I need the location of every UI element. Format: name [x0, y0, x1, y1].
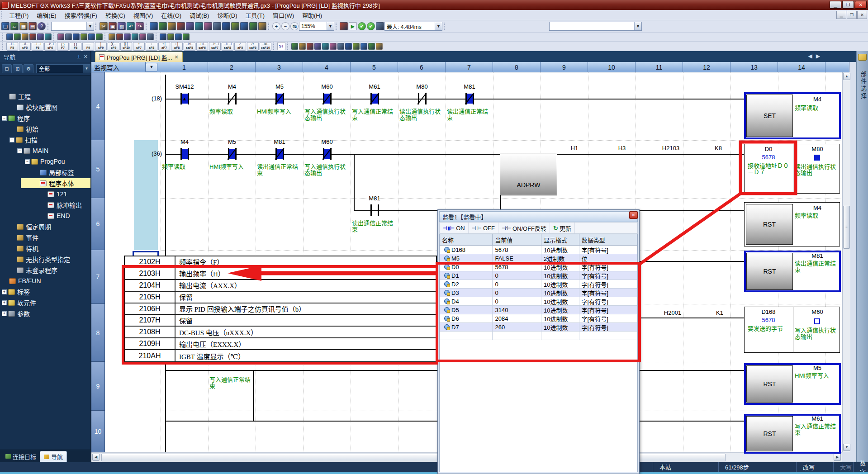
monitor-ok-icon[interactable]: ✔: [358, 22, 366, 30]
device-batch-icon[interactable]: [186, 22, 194, 30]
ladder-symbol-aF8[interactable]: ↓│aF8: [171, 42, 183, 51]
undo-icon[interactable]: ↶: [127, 22, 135, 30]
sidebar-item-初始[interactable]: 初始: [0, 123, 90, 134]
fit-width-icon[interactable]: ↹: [290, 22, 299, 30]
gear-icon[interactable]: ⚙: [24, 64, 33, 73]
mdi-minimize-button[interactable]: ▁: [836, 11, 846, 19]
help2-icon[interactable]: [160, 33, 166, 40]
search-device-icon[interactable]: [345, 43, 352, 50]
ladder-symbol-F8[interactable]: [ ]F8: [70, 42, 81, 51]
window-tile-icon[interactable]: [183, 33, 190, 40]
contact-M81[interactable]: [272, 148, 287, 160]
scroll-up-icon[interactable]: ▲: [843, 73, 850, 80]
monitor-ok2-icon[interactable]: ✔: [367, 22, 375, 30]
copy-icon[interactable]: ▣: [109, 22, 117, 30]
data-output-cell[interactable]: [744, 307, 840, 353]
wire-draw-icon[interactable]: [314, 43, 321, 50]
minimize-button[interactable]: ▁: [830, 1, 841, 9]
redo-icon[interactable]: ↷: [136, 22, 144, 30]
chevron-down-icon[interactable]: ▼: [327, 22, 334, 30]
contact-M4[interactable]: [224, 93, 240, 104]
open-icon[interactable]: ▱: [10, 22, 19, 30]
menu-item-11[interactable]: 帮助(H): [298, 10, 326, 20]
contact-M81[interactable]: [367, 204, 382, 216]
watch-row-D2[interactable]: D2010进制数字[有符号]: [440, 280, 637, 289]
st-editor-icon[interactable]: ST: [277, 42, 285, 50]
new-icon[interactable]: ▢: [1, 22, 9, 30]
save-icon[interactable]: ▦: [19, 22, 28, 30]
expand-icon[interactable]: +: [2, 289, 7, 294]
sidebar-item-软元件[interactable]: +软元件: [0, 297, 90, 308]
expand-icon[interactable]: +: [2, 300, 7, 305]
project-tree-icon[interactable]: [6, 33, 13, 40]
sidebar-item-ProgPou[interactable]: −ProgPou: [0, 156, 90, 167]
ladder-symbol-aF5[interactable]: ∕aF5: [234, 42, 246, 51]
sidebar-item-程序本体[interactable]: 程序本体: [0, 178, 90, 189]
sidebar-item-121[interactable]: 121: [0, 189, 90, 199]
tab-close-icon[interactable]: ✕: [175, 54, 179, 60]
inline-st-icon[interactable]: [299, 43, 306, 50]
diagnostic-icon[interactable]: [116, 33, 123, 40]
mdi-restore-button[interactable]: ❐: [847, 11, 857, 19]
ladder-symbol-sF6[interactable]: ⊣∕⊣sF6: [44, 42, 56, 51]
instruction-box-RST[interactable]: RST: [746, 365, 793, 403]
device-comment2-icon[interactable]: [81, 33, 87, 40]
jump-icon[interactable]: [330, 43, 337, 50]
device-comment-icon[interactable]: [240, 22, 248, 30]
expand-icon[interactable]: +: [2, 311, 7, 316]
label-monitor-icon[interactable]: [204, 22, 212, 30]
menu-item-10[interactable]: 窗口(W): [269, 10, 298, 20]
ladder-symbol-cF10[interactable]: ╳│cF10: [120, 42, 132, 51]
menu-item-7[interactable]: 调试(B): [185, 10, 213, 20]
statement-edit-icon[interactable]: [368, 43, 375, 50]
scroll-right-icon[interactable]: ▶: [834, 454, 841, 461]
scroll-down-icon[interactable]: ▼: [843, 444, 850, 451]
comment-edit-icon[interactable]: [360, 43, 367, 50]
parameter-tb-icon[interactable]: [22, 33, 28, 40]
wire-delete-icon[interactable]: [322, 43, 329, 50]
sidebar-item-扫描[interactable]: −扫描: [0, 134, 90, 145]
collapse-icon[interactable]: −: [2, 116, 7, 121]
window-cascade-icon[interactable]: [175, 33, 182, 40]
maximize-button[interactable]: ❐: [842, 1, 854, 9]
instruction-box-ADPRW[interactable]: ADPRW: [500, 153, 557, 195]
device-list-icon[interactable]: [231, 22, 239, 30]
ladder-symbol-F5[interactable]: ⊣ ⊢F5: [6, 42, 18, 51]
nav-tab-导航[interactable]: 导航: [40, 451, 67, 462]
offline-icon[interactable]: [109, 33, 115, 40]
fb-paste-icon[interactable]: [307, 43, 313, 50]
online-data-icon[interactable]: [96, 33, 103, 40]
collapse-icon[interactable]: −: [25, 159, 30, 164]
print-icon[interactable]: ▤: [28, 22, 37, 30]
sidebar-item-END[interactable]: END: [0, 210, 90, 221]
contact-M5[interactable]: [224, 148, 240, 160]
sidebar-item-无执行类型指定[interactable]: 无执行类型指定: [0, 254, 90, 265]
watch-row-M5[interactable]: M5FALSE2进制数位: [440, 254, 637, 263]
ladder-symbol-sF9[interactable]: │sF9: [95, 42, 107, 51]
scroll-left-icon[interactable]: ◀: [92, 454, 100, 461]
watch-row-D3[interactable]: D3010进制数字[有符号]: [440, 289, 637, 297]
watch-row-D168[interactable]: D168567810进制数字[有符号]: [440, 246, 637, 254]
note-edit-icon[interactable]: [376, 43, 383, 50]
watch-close-icon[interactable]: ✕: [629, 211, 638, 219]
backup-icon[interactable]: [139, 33, 146, 40]
contact-M61[interactable]: [367, 93, 382, 104]
search-instruction-icon[interactable]: [353, 43, 360, 50]
menu-item-1[interactable]: 工程(P): [5, 10, 33, 20]
element-selection-strip[interactable]: 部件选择: [856, 51, 868, 462]
ladder-symbol-sF8[interactable]: ↓sF8: [146, 42, 157, 51]
simulation-icon[interactable]: [340, 22, 348, 30]
sidebar-item-未登录程序[interactable]: 未登录程序: [0, 265, 90, 275]
sidebar-item-恒定周期[interactable]: 恒定周期: [0, 221, 90, 232]
watch-button-ON/OFF反转[interactable]: ⊣∕⊢ON/OFF反转: [498, 223, 550, 233]
security-icon[interactable]: [147, 33, 154, 40]
watch-row-D0[interactable]: D0567810进制数字[有符号]: [440, 263, 637, 271]
pointer-icon[interactable]: [337, 43, 344, 50]
contact-SM412[interactable]: ▲: [177, 93, 192, 104]
ladder-symbol-F7[interactable]: ( )F7: [57, 42, 69, 51]
statement-icon[interactable]: [65, 33, 72, 40]
collapse-icon[interactable]: −: [17, 148, 22, 153]
contact-M4[interactable]: [177, 148, 192, 160]
close-icon[interactable]: ✕: [84, 54, 88, 60]
chevron-down-icon[interactable]: ▼: [83, 65, 90, 73]
